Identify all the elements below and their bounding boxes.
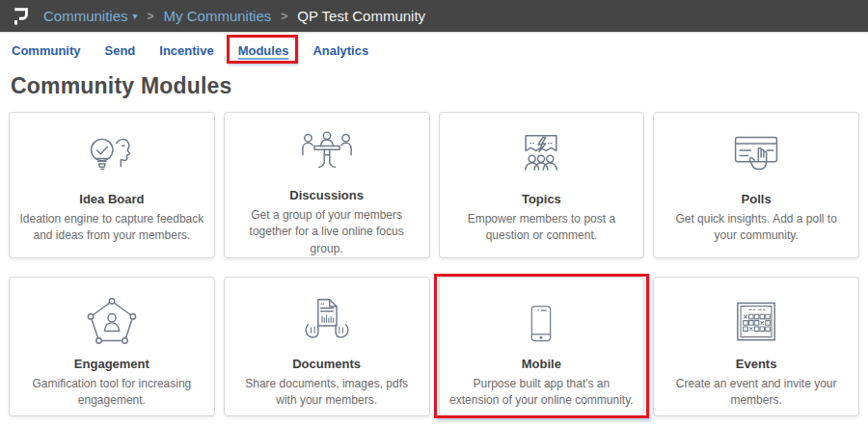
module-description: Gamification tool for increasing engagem… [19,376,204,410]
idea-board-icon [81,127,143,183]
tab-analytics[interactable]: Analytics [312,43,368,58]
module-title: Documents [292,357,361,371]
module-title: Idea Board [79,192,144,206]
community-nav-tabs: Community Send Incentive Modules Analyti… [0,32,868,67]
module-card-events[interactable]: Events Create an event and invite your m… [653,277,859,416]
breadcrumb-communities[interactable]: Communities [43,8,128,24]
tab-modules[interactable]: Modules [238,43,289,58]
module-description: Share documents, images, pdfs with your … [234,376,420,410]
module-card-documents[interactable]: Documents Share documents, images, pdfs … [224,277,430,416]
questionpro-logo-icon[interactable] [12,5,31,27]
module-description: Empower members to post a question or co… [449,211,635,245]
top-header-bar: Communities ▾ > My Communities > QP Test… [0,0,868,32]
engagement-icon [82,292,142,348]
breadcrumb-separator: > [281,10,287,23]
modules-grid: Idea Board Ideation engine to capture fe… [0,112,868,416]
module-card-polls[interactable]: Polls Get quick insights. Add a poll to … [653,112,859,258]
tab-send[interactable]: Send [105,43,136,58]
module-title: Topics [522,192,561,206]
documents-icon [297,292,357,348]
module-card-discussions[interactable]: Discussions Get a group of your members … [224,112,430,258]
module-description: Purpose built app that's an extension of… [449,376,635,410]
tab-incentive[interactable]: Incentive [159,43,213,58]
module-title: Engagement [74,357,149,371]
module-title: Polls [742,192,772,206]
module-title: Discussions [289,188,364,202]
breadcrumb-my-communities[interactable]: My Communities [164,8,272,24]
module-description: Create an event and invite your members. [664,376,849,410]
discussions-icon [296,127,358,179]
polls-icon [725,127,787,183]
tab-community[interactable]: Community [12,43,81,58]
topics-icon [510,127,572,183]
module-description: Get a group of your members together for… [234,207,420,257]
module-card-mobile[interactable]: Mobile Purpose built app that's an exten… [439,277,645,416]
dropdown-caret-icon[interactable]: ▾ [133,11,138,21]
module-title: Mobile [522,357,561,371]
breadcrumb-separator: > [148,10,154,23]
page-title: Community Modules [0,73,868,99]
mobile-icon [527,292,556,348]
module-description: Get quick insights. Add a poll to your c… [664,211,849,245]
module-card-engagement[interactable]: Engagement Gamification tool for increas… [9,277,215,416]
breadcrumb-current-community: QP Test Community [297,8,425,24]
module-title: Events [736,357,777,371]
module-description: Ideation engine to capture feedback and … [19,211,204,245]
events-icon [727,292,785,348]
tab-modules-wrap: Modules [238,41,289,59]
module-card-topics[interactable]: Topics Empower members to post a questio… [439,112,645,258]
module-card-idea-board[interactable]: Idea Board Ideation engine to capture fe… [9,112,215,258]
